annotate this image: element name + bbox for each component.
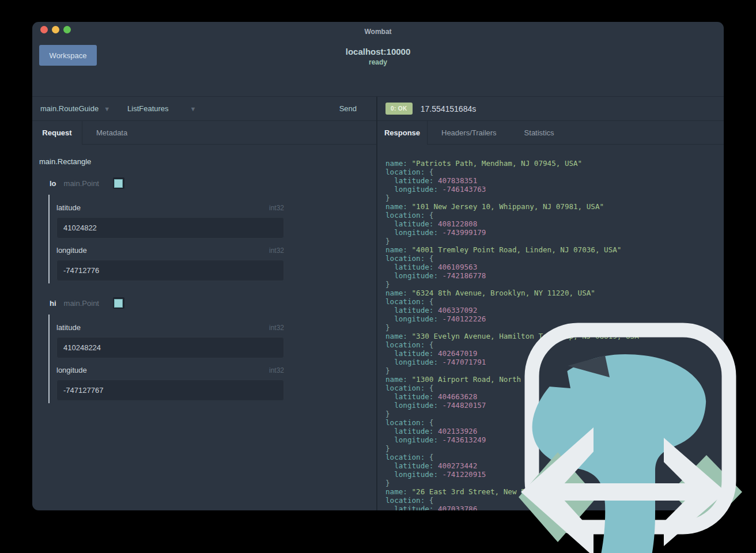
response-line: longitude: -744820157: [385, 401, 724, 410]
field-group-hi: latitude int32 longitude int32: [48, 315, 376, 403]
window-title: Wombat: [32, 23, 724, 36]
response-line: latitude: 402133926: [385, 427, 724, 435]
header: Workspace localhost:10000 ready: [32, 37, 724, 97]
request-pane: main.RouteGuide ▼ ListFeatures ▼ Send Re…: [32, 97, 377, 510]
response-line: latitude: 402647019: [385, 349, 724, 358]
lo-point-checkbox[interactable]: [113, 177, 124, 189]
response-line: }: [385, 280, 724, 289]
field-label: latitude: [56, 323, 81, 332]
lo-longitude-input[interactable]: [56, 260, 284, 281]
response-line: }: [385, 410, 724, 418]
response-pane: 0: OK 17.554151684s Response Headers/Tra…: [377, 97, 724, 510]
method-select[interactable]: ListFeatures ▼: [127, 104, 196, 113]
response-line: latitude: 406109563: [385, 263, 724, 271]
tab-response[interactable]: Response: [377, 121, 428, 144]
tab-statistics[interactable]: Statistics: [511, 121, 568, 144]
zoom-button[interactable]: [63, 26, 71, 33]
request-tabbar: Request Metadata: [32, 121, 376, 145]
field-name: hi: [50, 299, 56, 308]
connection-ready-status: ready: [32, 58, 724, 66]
field-type-hint: int32: [269, 204, 284, 212]
response-line: name: "6324 8th Avenue, Brooklyn, NY 112…: [385, 289, 724, 297]
field-type: main.Point: [64, 179, 99, 188]
titlebar: Wombat: [32, 22, 724, 37]
response-tabbar: Response Headers/Trailers Statistics: [377, 121, 724, 145]
field-row: latitude int32: [56, 203, 284, 238]
hi-point-checkbox[interactable]: [113, 297, 124, 309]
response-line: latitude: 400273442: [385, 461, 724, 470]
response-line: location: {: [385, 384, 724, 392]
response-line: }: [385, 444, 724, 453]
screenshot-stage: Wombat Workspace localhost:10000 ready m…: [0, 0, 756, 553]
response-line: longitude: -743999179: [385, 228, 724, 237]
response-line: longitude: -741220915: [385, 470, 724, 479]
field-label: latitude: [56, 203, 81, 212]
response-line: location: {: [385, 254, 724, 263]
main-split: main.RouteGuide ▼ ListFeatures ▼ Send Re…: [32, 97, 724, 510]
close-button[interactable]: [40, 26, 48, 33]
response-line: }: [385, 194, 724, 202]
field-row: latitude int32: [56, 323, 284, 358]
response-line: latitude: 407033786: [385, 505, 724, 510]
response-line: location: {: [385, 418, 724, 427]
response-line: name: "26 East 3rd Street, New Pr: [385, 487, 724, 496]
field-type-hint: int32: [269, 324, 284, 332]
field-type-hint: int32: [269, 247, 284, 255]
response-line: location: {: [385, 496, 724, 505]
hi-longitude-input[interactable]: [56, 380, 284, 401]
field-type: main.Point: [64, 299, 99, 308]
method-select-label: ListFeatures: [127, 104, 169, 113]
chevron-down-icon: ▼: [104, 105, 110, 112]
response-line: latitude: 408122808: [385, 219, 724, 228]
response-content: name: "Patriots Path, Mendham, NJ 07945,…: [377, 145, 724, 510]
hi-latitude-input[interactable]: [56, 337, 284, 358]
response-line: }: [385, 237, 724, 245]
field-group-header-hi: hi main.Point: [50, 297, 376, 309]
lo-latitude-input[interactable]: [56, 217, 284, 238]
response-line: location: {: [385, 168, 724, 176]
response-line: location: {: [385, 211, 724, 219]
service-select[interactable]: main.RouteGuide ▼: [40, 104, 110, 113]
connection-status: localhost:10000 ready: [32, 47, 724, 66]
response-line: name: "101 New Jersey 10, Whippany, NJ 0…: [385, 202, 724, 211]
tab-request[interactable]: Request: [32, 121, 82, 144]
response-line: longitude: -747071791: [385, 358, 724, 366]
response-line: latitude: 406337092: [385, 306, 724, 315]
service-select-label: main.RouteGuide: [40, 104, 99, 113]
chevron-down-icon: ▼: [190, 105, 196, 112]
field-row: longitude int32: [56, 366, 284, 401]
response-line: name: "Patriots Path, Mendham, NJ 07945,…: [385, 159, 724, 168]
tab-headers-trailers[interactable]: Headers/Trailers: [428, 121, 511, 144]
response-line: latitude: 407838351: [385, 176, 724, 185]
response-line: }: [385, 323, 724, 332]
response-line: name: "1300 Airport Road, North Br: [385, 375, 724, 384]
field-row: longitude int32: [56, 246, 284, 281]
tab-metadata[interactable]: Metadata: [82, 121, 141, 144]
response-line: longitude: -740122226: [385, 315, 724, 323]
response-line: location: {: [385, 453, 724, 461]
send-button[interactable]: Send: [339, 104, 357, 113]
response-line: }: [385, 366, 724, 375]
traffic-lights: [40, 22, 71, 37]
wombat-window: Wombat Workspace localhost:10000 ready m…: [32, 22, 724, 510]
field-label: longitude: [56, 246, 87, 255]
response-line: longitude: -746143763: [385, 185, 724, 194]
minimize-button[interactable]: [52, 26, 59, 33]
call-duration: 17.554151684s: [421, 104, 477, 113]
field-label: longitude: [56, 366, 87, 374]
host-address: localhost:10000: [32, 47, 724, 56]
field-group-lo: latitude int32 longitude int32: [48, 195, 376, 283]
response-line: name: "4001 Tremley Point Road, Linden, …: [385, 245, 724, 254]
response-line: name: "330 Evelyn Avenue, Hamilton Towns…: [385, 332, 724, 340]
status-badge: 0: OK: [385, 103, 413, 115]
response-line: }: [385, 479, 724, 487]
request-form: main.Rectangle lo main.Point latitude in…: [32, 145, 376, 510]
response-line: location: {: [385, 340, 724, 349]
response-line: longitude: -743613249: [385, 435, 724, 444]
response-output[interactable]: name: "Patriots Path, Mendham, NJ 07945,…: [377, 145, 724, 510]
request-toolbar: main.RouteGuide ▼ ListFeatures ▼ Send: [32, 97, 376, 121]
response-toolbar: 0: OK 17.554151684s: [377, 97, 724, 121]
response-line: latitude: 404663628: [385, 392, 724, 401]
field-name: lo: [50, 179, 56, 188]
checkbox-fill: [114, 299, 123, 308]
